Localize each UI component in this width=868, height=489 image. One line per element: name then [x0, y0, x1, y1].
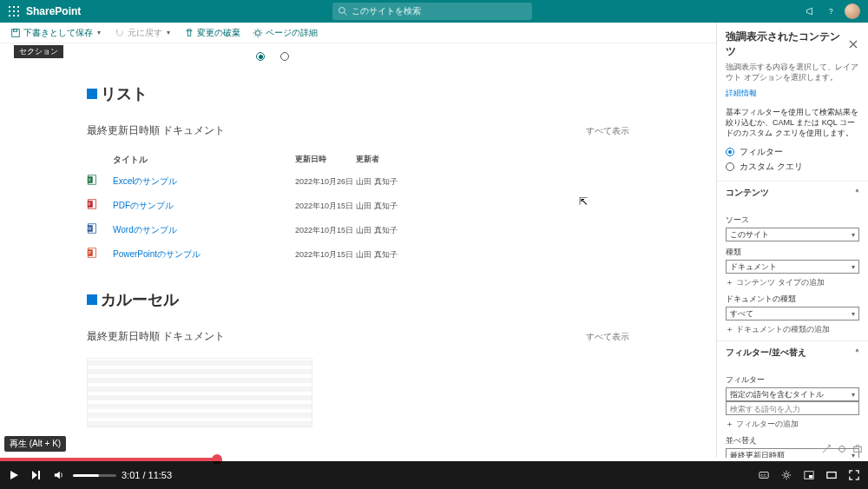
captions-button[interactable]: CC — [755, 466, 773, 484]
svg-rect-1 — [13, 6, 15, 8]
svg-text:W: W — [88, 227, 92, 231]
type-select[interactable]: ドキュメント▾ — [726, 260, 859, 274]
radio-filter[interactable]: フィルター — [726, 146, 859, 158]
detail-info-link[interactable]: 詳細情報 — [717, 83, 868, 104]
help-icon[interactable]: ? — [821, 1, 842, 22]
settings-button[interactable] — [778, 466, 795, 484]
miniplayer-button[interactable] — [800, 466, 818, 484]
next-button[interactable] — [28, 466, 45, 484]
svg-rect-4 — [13, 10, 15, 12]
app-title: SharePoint — [26, 5, 81, 17]
close-icon[interactable] — [847, 38, 859, 50]
add-doc-kind[interactable]: ＋ドキュメントの種類の追加 — [726, 324, 859, 335]
chevron-down-icon[interactable]: ▾ — [165, 29, 172, 36]
plus-icon: ＋ — [726, 277, 733, 288]
row-title[interactable]: Excelのサンプル — [113, 175, 295, 188]
webpart-title-2: 最終更新日時順 ドキュメント すべて表示 — [87, 329, 629, 344]
powerpoint-icon: P — [87, 248, 97, 260]
search-placeholder: このサイトを検索 — [352, 5, 421, 17]
discard-changes-button[interactable]: 変更の破棄 — [181, 25, 244, 41]
video-controls: 3:01 / 11:53 CC — [0, 461, 868, 489]
fullscreen-button[interactable] — [845, 466, 863, 484]
user-avatar[interactable] — [842, 1, 863, 22]
pdf-icon: P — [87, 199, 97, 211]
chevron-up-icon: ˄ — [855, 188, 859, 198]
chevron-down-icon: ▾ — [852, 231, 855, 239]
svg-line-10 — [345, 13, 347, 16]
app-header: SharePoint このサイトを検索 ? — [0, 0, 868, 23]
svg-rect-38 — [827, 472, 836, 479]
filter-select[interactable]: 指定の語句を含むタイトル▾ — [726, 387, 859, 401]
chevron-down-icon[interactable]: ▾ — [95, 29, 102, 36]
show-all-link-2[interactable]: すべて表示 — [586, 331, 629, 343]
page-canvas: リスト 最終更新日時順 ドキュメント すべて表示 タイトル 更新日時 更新者 X… — [0, 43, 716, 458]
layout-option-1[interactable] — [256, 52, 265, 61]
play-tooltip: 再生 (Alt + K) — [4, 436, 66, 452]
theater-button[interactable] — [823, 466, 840, 484]
video-time: 3:01 / 11:53 — [122, 470, 172, 480]
chevron-up-icon: ˄ — [855, 348, 859, 358]
svg-marker-30 — [32, 471, 37, 479]
gear-icon — [253, 28, 263, 38]
svg-rect-28 — [854, 446, 862, 452]
table-row[interactable]: P PowerPointのサンプル 2022年10月15日 山田 真知子 — [87, 242, 629, 267]
layout-option-2[interactable] — [280, 52, 289, 61]
play-button[interactable] — [5, 466, 23, 484]
svg-rect-31 — [38, 471, 40, 479]
table-row[interactable]: W Wordのサンプル 2022年10月15日 山田 真知子 — [87, 218, 629, 242]
volume-slider[interactable] — [73, 474, 116, 477]
row-title[interactable]: PDFのサンプル — [113, 200, 295, 212]
undo-button[interactable]: 元に戻す ▾ — [111, 25, 175, 41]
row-title[interactable]: PowerPointのサンプル — [113, 248, 295, 261]
radio-dot-icon — [726, 162, 734, 171]
radio-custom-query[interactable]: カスタム クエリ — [726, 161, 859, 173]
label-doc-kind: ドキュメントの種類 — [726, 294, 859, 305]
table-row[interactable]: X Excelのサンプル 2022年10月26日 山田 真知子 — [87, 169, 629, 194]
excel-icon: X — [87, 175, 97, 187]
add-content-type[interactable]: ＋コンテンツ タイプの追加 — [726, 277, 859, 288]
save-draft-button[interactable]: 下書きとして保存 ▾ — [7, 25, 106, 41]
chevron-down-icon: ▾ — [852, 391, 855, 399]
label-filter: フィルター — [726, 374, 859, 386]
source-select[interactable]: このサイト▾ — [726, 228, 859, 241]
page-details-button[interactable]: ページの詳細 — [249, 25, 321, 41]
add-filter[interactable]: ＋フィルターの追加 — [726, 419, 859, 430]
row-user: 山田 真知子 — [356, 201, 425, 212]
svg-point-14 — [255, 30, 260, 35]
svg-rect-8 — [17, 15, 19, 17]
svg-rect-0 — [9, 6, 10, 8]
section-filter-sort-header[interactable]: フィルター/並べ替え ˄ — [717, 340, 868, 364]
pane-footer-icon-3[interactable] — [852, 444, 863, 454]
svg-rect-3 — [9, 10, 10, 12]
col-user: 更新者 — [356, 154, 425, 166]
row-user: 山田 真知子 — [356, 176, 425, 188]
svg-marker-32 — [55, 472, 60, 479]
app-launcher-icon[interactable] — [5, 3, 23, 20]
svg-marker-29 — [10, 471, 18, 479]
heading-carousel: カルーセル — [87, 289, 629, 310]
pane-footer-icon-2[interactable] — [837, 444, 847, 454]
pane-description: 強調表示する内容を選択して、レイアウト オプションを選択します。 — [717, 63, 868, 83]
volume-icon[interactable] — [50, 466, 68, 484]
table-header: タイトル 更新日時 更新者 — [87, 150, 629, 169]
svg-point-35 — [785, 473, 788, 477]
megaphone-icon[interactable] — [800, 1, 821, 22]
document-table: タイトル 更新日時 更新者 X Excelのサンプル 2022年10月26日 山… — [87, 150, 629, 267]
svg-point-27 — [839, 446, 845, 453]
filter-term-input[interactable]: 検索する語句を入力 — [726, 401, 859, 415]
carousel-thumbnail[interactable] — [87, 358, 312, 427]
search-input[interactable]: このサイトを検索 — [332, 3, 532, 20]
section-content-header[interactable]: コンテンツ ˄ — [717, 181, 868, 204]
show-all-link[interactable]: すべて表示 — [586, 125, 629, 137]
chevron-down-icon: ▾ — [852, 263, 855, 271]
svg-text:P: P — [89, 250, 92, 255]
row-title[interactable]: Wordのサンプル — [113, 224, 295, 236]
pane-footer-icon-1[interactable] — [821, 444, 832, 454]
plus-icon: ＋ — [726, 419, 733, 430]
svg-rect-2 — [17, 6, 19, 8]
pane-title: 強調表示されたコンテンツ — [726, 30, 847, 59]
doc-kind-select[interactable]: すべて▾ — [726, 307, 859, 320]
layout-radio-row — [256, 52, 629, 61]
table-row[interactable]: P PDFのサンプル 2022年10月15日 山田 真知子 — [87, 194, 629, 218]
svg-rect-37 — [809, 475, 812, 478]
